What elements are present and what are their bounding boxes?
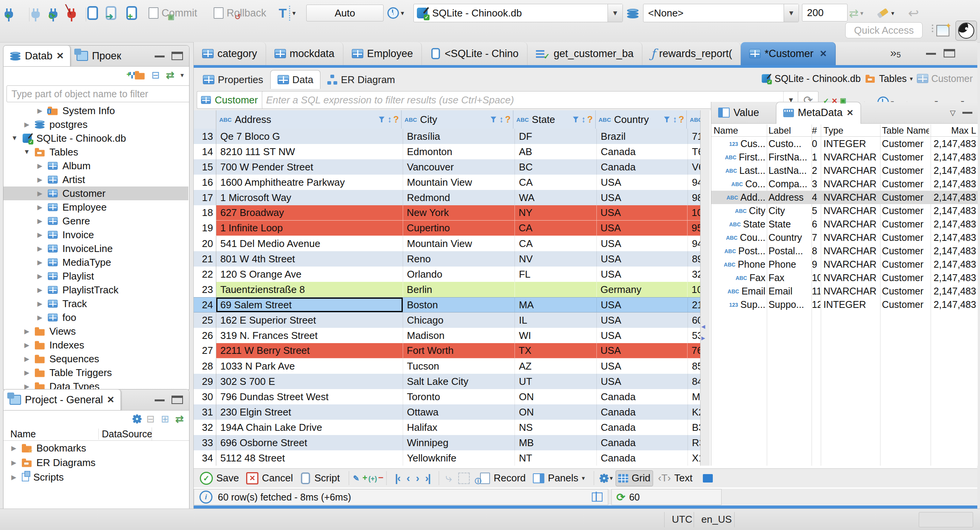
row-number-cell[interactable]: 20 <box>194 236 216 251</box>
expand-arrow-icon[interactable]: ▶ <box>9 444 19 452</box>
meta-row[interactable]: 123Sup...Suppo...12INTEGERCustomer2,147,… <box>711 298 978 311</box>
first-row-button[interactable]: |‹ <box>393 472 402 484</box>
meta-row[interactable]: ABCFirst...FirstNa...1NVARCHARCustomer2,… <box>711 150 978 164</box>
cell-city[interactable]: Vancouver <box>403 159 515 175</box>
cell-city[interactable]: Salt Lake City <box>403 374 515 389</box>
tree-item-data-types[interactable]: ▶Data Types <box>3 380 188 389</box>
expand-arrow-icon[interactable]: ▶ <box>9 459 19 467</box>
cell-address[interactable]: Qe 7 Bloco G <box>216 129 403 144</box>
tab-metadata[interactable]: MetaData ✕ <box>776 102 861 124</box>
cell-country[interactable]: Germany <box>597 282 688 297</box>
new-folder-icon[interactable] <box>135 73 145 79</box>
maximize-icon[interactable] <box>944 49 955 57</box>
expand-arrow-icon[interactable]: ▶ <box>9 473 19 481</box>
tree-item-genre[interactable]: ▶Genre <box>3 214 188 228</box>
cell-city[interactable]: Mountain View <box>403 236 515 251</box>
combo-arrow-icon[interactable]: ▼ <box>608 4 622 22</box>
expand-arrow-icon[interactable]: ▶ <box>35 162 45 170</box>
row-number-cell[interactable]: 23 <box>194 282 216 297</box>
expand-arrow-icon[interactable]: ▶ <box>35 245 45 253</box>
subtab-data[interactable]: Data <box>270 70 321 89</box>
cell-city[interactable]: Tucson <box>403 358 515 374</box>
cell-country[interactable]: USA <box>597 221 688 236</box>
cell-state[interactable]: CA <box>515 175 597 190</box>
meta-row[interactable]: ABCEmailEmail11NVARCHARCustomer2,147,483 <box>711 285 978 298</box>
editor-tab-get-customer-ba[interactable]: ✓get_customer_ba <box>528 42 642 65</box>
expand-arrow-icon[interactable]: ▶ <box>35 176 45 184</box>
cell-city[interactable]: Edmonton <box>403 144 515 159</box>
sync-button[interactable]: ⇄ ▾ <box>849 5 863 21</box>
expand-all-icon[interactable]: ⊞ <box>161 413 169 425</box>
filter-funnel-icon[interactable] <box>664 116 670 122</box>
view-menu-icon[interactable]: ▽ <box>950 108 956 117</box>
row-number-cell[interactable]: 30 <box>194 389 216 404</box>
editor-tab-category[interactable]: category <box>194 42 266 65</box>
collapse-all-icon[interactable]: ⊟ <box>152 69 160 81</box>
cell-address[interactable]: 627 Broadway <box>216 205 403 221</box>
row-number-cell[interactable]: 22 <box>194 267 216 282</box>
close-icon[interactable]: ✕ <box>56 51 64 61</box>
cell-country[interactable]: Canada <box>597 144 688 159</box>
last-row-button[interactable]: ›| <box>423 472 432 484</box>
quick-access-input[interactable]: Quick Access <box>845 22 923 38</box>
filter-funnel-icon[interactable] <box>379 116 384 122</box>
transaction-history-button[interactable]: ▾ <box>387 5 404 21</box>
cell-state[interactable]: AZ <box>515 358 597 374</box>
cell-address[interactable]: 2211 W Berry Street <box>216 343 403 358</box>
project-item-er-diagrams[interactable]: ▶ER Diagrams <box>3 455 189 470</box>
meta-column-header-type[interactable]: Type <box>820 124 879 136</box>
cell-state[interactable]: WA <box>515 190 597 205</box>
browse-cell-icon[interactable] <box>458 473 470 484</box>
cell-state[interactable]: CA <box>515 236 597 251</box>
tab-projects[interactable]: Проек <box>70 46 127 66</box>
open-perspective-button[interactable] <box>936 22 949 39</box>
previous-row-button[interactable]: ‹ <box>405 472 411 484</box>
text-mode-button[interactable]: ‹T› Text <box>656 472 695 484</box>
cell-address[interactable]: 696 Osborne Street <box>216 435 403 450</box>
combo-arrow-icon[interactable]: ▼ <box>784 4 799 22</box>
maximize-icon[interactable] <box>172 52 183 60</box>
cell-country[interactable]: Canada <box>597 389 688 404</box>
cell-country[interactable]: Canada <box>597 450 688 466</box>
cell-state[interactable]: UT <box>515 374 597 389</box>
cell-country[interactable]: Canada <box>597 420 688 435</box>
tree-item-artist[interactable]: ▶Artist <box>3 173 188 186</box>
cell-address[interactable]: 5112 48 Street <box>216 450 403 466</box>
meta-row[interactable]: ABCFaxFax10NVARCHARCustomer2,147,483 <box>711 271 978 285</box>
next-row-button[interactable]: › <box>414 472 420 484</box>
meta-row[interactable]: ABCPost...Postal...8NVARCHARCustomer2,14… <box>711 244 978 258</box>
tree-item-playlist[interactable]: ▶Playlist <box>3 269 188 283</box>
cell-city[interactable]: Fort Worth <box>403 343 515 358</box>
result-grid-icon[interactable] <box>703 474 713 483</box>
meta-row[interactable]: 123Cus...Custo...0INTEGERCustomer2,147,4… <box>711 137 978 150</box>
sort-icon[interactable]: ↕ <box>673 115 677 124</box>
cell-country[interactable]: USA <box>597 343 688 358</box>
connect-button[interactable] <box>31 5 40 21</box>
filter-funnel-icon[interactable] <box>490 116 496 122</box>
connection-combo[interactable]: SQLite - Chinook.db ▼ <box>413 4 623 22</box>
cell-address[interactable]: 230 Elgin Street <box>216 404 403 420</box>
link-with-editor-icon[interactable]: ⇄ <box>175 413 184 425</box>
cell-state[interactable]: DF <box>515 129 597 144</box>
cell-country[interactable]: Canada <box>597 159 688 175</box>
cell-city[interactable]: Redmond <box>403 190 515 205</box>
fetch-size-box[interactable]: ⟳ 60 <box>611 489 722 505</box>
cell-address[interactable]: 162 E Superior Street <box>216 312 403 328</box>
expand-arrow-icon[interactable]: ▶ <box>35 314 45 322</box>
meta-row[interactable]: ABCAdd...Address4NVARCHARCustomer2,147,4… <box>711 191 978 204</box>
schema-combo[interactable]: <None> ▼ <box>643 4 799 22</box>
save-button[interactable]: ✓ Save <box>198 472 241 485</box>
minimize-icon[interactable] <box>155 56 165 57</box>
cell-address[interactable]: 319 N. Frances Street <box>216 328 403 343</box>
cell-state[interactable]: NY <box>515 205 597 221</box>
editor-tab-customer[interactable]: *Customer✕ <box>741 42 836 65</box>
meta-column-header-name[interactable]: Name <box>711 124 765 136</box>
tree-item-playlisttrack[interactable]: ▶PlaylistTrack <box>3 283 188 297</box>
cell-country[interactable]: USA <box>597 328 688 343</box>
cell-city[interactable]: Ottawa <box>403 404 515 420</box>
cell-city[interactable]: Chicago <box>403 312 515 328</box>
cell-country[interactable]: USA <box>597 251 688 267</box>
close-icon[interactable]: ✕ <box>846 108 853 118</box>
project-item-bookmarks[interactable]: ▶Bookmarks <box>3 441 189 455</box>
cell-country[interactable]: USA <box>597 312 688 328</box>
